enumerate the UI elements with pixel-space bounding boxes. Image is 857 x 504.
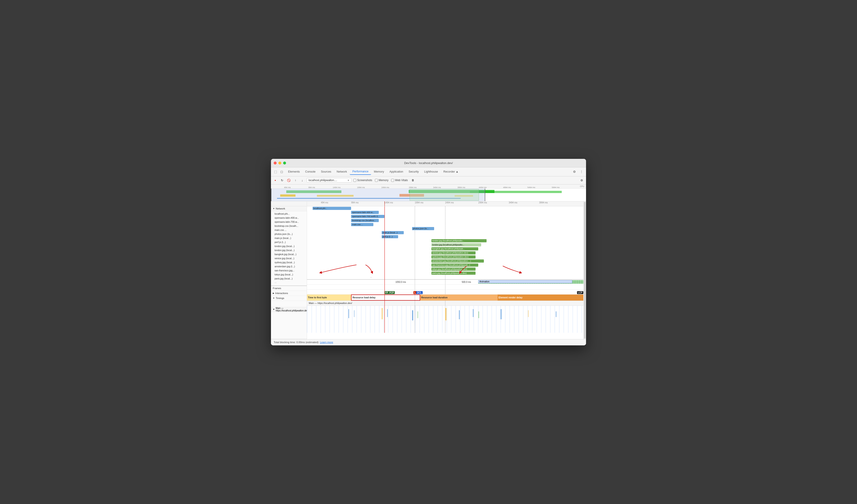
interactions-triangle[interactable]: ▶ xyxy=(273,292,274,294)
net-bar-sanfrancisco: san-francisco.jpg (localhost.philipwalt.… xyxy=(432,264,478,267)
main-triangle[interactable]: ▼ xyxy=(273,308,275,310)
memory-checkbox[interactable] xyxy=(375,179,378,182)
timing-bands-row: Time to first byte Resource load delay R… xyxy=(307,295,583,301)
screenshots-checkbox[interactable] xyxy=(353,179,356,182)
task-bar-2 xyxy=(354,310,354,317)
tick-5494: 5494 ms xyxy=(527,186,535,188)
frames-ms2: 500.0 ms xyxy=(462,281,471,283)
memory-checkbox-label[interactable]: Memory xyxy=(375,179,388,182)
tab-memory[interactable]: Memory xyxy=(371,169,387,174)
net-bar-opensans700: opensans-latin-700.woff2 (l... xyxy=(351,215,384,218)
screenshots-checkbox-label[interactable]: Screenshots xyxy=(353,179,372,182)
net-row-2: opensans-latin-400.w... xyxy=(307,211,583,215)
tab-security[interactable]: Security xyxy=(406,169,421,174)
animation-bar: Animation xyxy=(478,280,572,283)
url-dropdown-arrow[interactable]: ▼ xyxy=(347,179,350,182)
download-button[interactable]: ↓ xyxy=(300,178,305,183)
ruler-2494: 2494 ms xyxy=(445,201,454,204)
reload-button[interactable]: ↻ xyxy=(280,178,284,183)
inspect-icon[interactable]: ◻ xyxy=(279,169,284,174)
task-bar-10 xyxy=(478,312,479,318)
list-item: main.css ... xyxy=(271,228,307,232)
net-row-17: paris.jpg (localhost.philipwalton.dev) xyxy=(307,271,583,275)
web-vitals-checkbox[interactable] xyxy=(391,179,394,182)
task-bar-12 xyxy=(528,310,528,317)
capture-settings-icon[interactable]: ⚙ xyxy=(579,178,584,183)
red-vline xyxy=(384,206,385,333)
net-row-7: main.js (local...) xyxy=(307,231,583,235)
network-section-header[interactable]: ▼ Network xyxy=(271,206,307,211)
waterfall-area[interactable]: localhost.phi... opensans-latin-400.w...… xyxy=(307,206,583,339)
net-bar-perfjs: perf.js (l...) xyxy=(382,235,398,238)
tab-network[interactable]: Network xyxy=(334,169,350,174)
net-row-3: opensans-latin-700.woff2 (l... xyxy=(307,215,583,218)
timings-triangle[interactable]: ▼ xyxy=(273,297,275,299)
timeline-overview[interactable]: 494 ms 994 ms 1494 ms 1994 ms 2494 ms 29… xyxy=(271,185,586,201)
tab-application[interactable]: Application xyxy=(387,169,406,174)
tick-3494: 3494 ms xyxy=(433,186,441,188)
tab-lighthouse[interactable]: Lighthouse xyxy=(421,169,441,174)
settings-icon[interactable]: ⚙ xyxy=(572,169,577,174)
task-bar-4 xyxy=(387,309,388,317)
interactions-row xyxy=(307,285,583,289)
task-bar-9 xyxy=(473,309,473,317)
net-row-1: localhost.phi... xyxy=(307,206,583,211)
task-bar-3 xyxy=(382,308,383,319)
close-button[interactable] xyxy=(274,162,276,165)
tick-1994: 1994 ms xyxy=(357,186,365,188)
net-row-4: bootstrap.css (localhos... xyxy=(307,218,583,222)
net-row-5: main.css ... xyxy=(307,222,583,226)
task-bar-11 xyxy=(501,309,502,319)
tab-elements[interactable]: Elements xyxy=(285,169,302,174)
traffic-lights xyxy=(274,162,286,165)
task-bar-5 xyxy=(412,310,413,320)
status-bar: Total blocking time: 0.00ms (estimated) … xyxy=(271,339,586,346)
task-bar-13 xyxy=(556,312,557,317)
scrollbar[interactable] xyxy=(583,201,586,339)
tick-4994: 4994 ms xyxy=(503,186,511,188)
ruler-1494: 1494 ms xyxy=(384,201,393,204)
tab-recorder[interactable]: Recorder ▲ xyxy=(441,169,461,174)
net-bar-venice: venice.jpg (localhost.philipwalton.dev) xyxy=(432,251,475,254)
toolbar-icons: ⚙ ⋮ xyxy=(572,169,584,174)
tab-console[interactable]: Console xyxy=(302,169,318,174)
minimize-button[interactable] xyxy=(279,162,281,165)
task-bar-1 xyxy=(348,309,349,318)
tick-1494: 1494 ms xyxy=(333,186,340,188)
net-row-11: bangkok.jpg (localhost.philipwalt... xyxy=(307,247,583,251)
net-bar-amsterdam: amsterdam.jpg (localhost.philipwalton...… xyxy=(432,259,484,263)
upload-button[interactable]: ↑ xyxy=(293,178,298,183)
net-row-14: amsterdam.jpg (localhost.philipwalton...… xyxy=(307,259,583,263)
list-item: london.jpg (local...) xyxy=(271,244,307,248)
net-bar-localhost: localhost.phi... xyxy=(313,207,351,210)
maximize-button[interactable] xyxy=(283,162,286,165)
list-item: san-francisco.jpg... xyxy=(271,268,307,272)
clear-button[interactable]: 🚫 xyxy=(286,178,291,183)
trash-icon[interactable]: 🗑 xyxy=(410,178,416,183)
url-text: localhost.philipwalton.... xyxy=(308,179,346,182)
status-text: Total blocking time: 0.00ms (estimated) xyxy=(274,341,318,343)
tab-sources[interactable]: Sources xyxy=(318,169,334,174)
frames-row: 1050.0 ms 500.0 ms Animation xyxy=(307,280,583,285)
timings-label: ▼ Timings xyxy=(271,296,307,301)
learn-more-link[interactable]: Learn more xyxy=(320,341,333,343)
tabs: Elements Console Sources Network Perform… xyxy=(285,169,571,175)
tick-4494: 4494 ms xyxy=(479,186,487,188)
list-item: bangkok.jpg (local...) xyxy=(271,252,307,256)
cursor-icon[interactable]: ⬚ xyxy=(273,169,278,174)
task-bar-6 xyxy=(418,312,418,318)
list-item: venice.jpg (local...) xyxy=(271,256,307,260)
web-vitals-checkbox-label[interactable]: Web Vitals xyxy=(391,179,408,182)
net-row-15: san-francisco.jpg (localhost.philipwalt.… xyxy=(307,263,583,267)
list-item: localhost.phi... xyxy=(271,212,307,216)
scrollbar-thumb[interactable] xyxy=(584,202,586,339)
url-field[interactable]: localhost.philipwalton.... ▼ xyxy=(306,178,352,183)
list-item: opensans-latin-700.w... xyxy=(271,220,307,224)
net-row-13: sydney.jpg (localhost.philipwalton.dev) xyxy=(307,255,583,259)
tab-performance[interactable]: Performance xyxy=(350,169,371,175)
list-item: paris.jpg (local...) xyxy=(271,276,307,281)
tick-5994: 5994 ms xyxy=(552,186,560,188)
more-icon[interactable]: ⋮ xyxy=(579,169,584,174)
record-button[interactable]: ● xyxy=(273,178,278,183)
devtools-body: 494 ms 994 ms 1494 ms 1994 ms 2494 ms 29… xyxy=(271,185,586,346)
